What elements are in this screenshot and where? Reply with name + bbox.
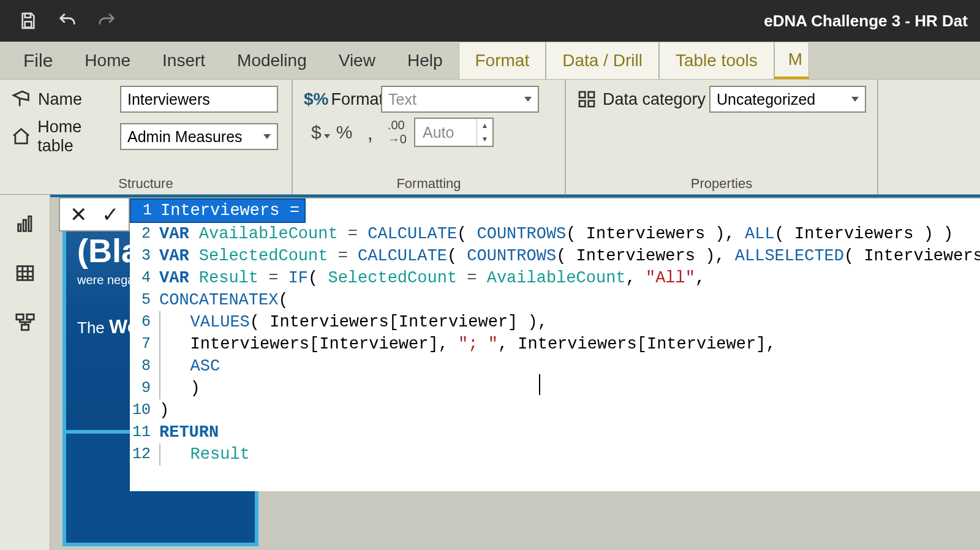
datacategory-label: Data category [577,89,709,109]
svg-rect-9 [17,266,33,281]
formula-bar-buttons: ✕ ✓ [59,197,130,232]
group-label-formatting: Formatting [304,176,554,192]
window-title: eDNA Challenge 3 - HR Dat [764,12,968,31]
line-number: 1 [131,200,157,222]
report-canvas: (Blank) were negativ The Worki ✕ ✓ 1Inte… [50,195,980,550]
line-number: 9 [130,377,156,399]
home-table-select[interactable]: Admin Measures [120,123,278,150]
svg-rect-0 [25,13,31,18]
line-number: 3 [130,245,156,267]
tab-modeling[interactable]: Modeling [221,42,323,79]
tab-insert[interactable]: Insert [146,42,221,79]
line-number: 8 [130,355,156,377]
format-label: $% Format [304,89,381,109]
svg-rect-2 [579,92,585,97]
code-line[interactable]: 2VAR AvailableCount = CALCULATE( COUNTRO… [130,223,980,245]
line-number: 7 [130,333,156,355]
code-line[interactable]: 1Interviewers = [130,198,306,223]
code-line[interactable]: 12 Result [130,443,980,465]
titlebar: eDNA Challenge 3 - HR Dat [0,0,980,42]
ribbon-group-formatting: $% Format Text $ % , .00→0 Auto ▲▼ Forma… [293,80,566,194]
tab-file[interactable]: File [7,42,69,79]
tab-format[interactable]: Format [459,42,546,79]
svg-rect-3 [589,92,594,97]
undo-icon[interactable] [51,5,83,37]
line-number: 6 [130,311,156,333]
svg-rect-8 [28,216,31,231]
svg-rect-6 [18,224,20,231]
tab-help[interactable]: Help [391,42,459,79]
code-line[interactable]: 6 VALUES( Interviewers[Interviewer] ), [130,311,980,333]
commit-icon[interactable]: ✓ [102,202,119,227]
code-line[interactable]: 5CONCATENATEX( [130,289,980,311]
data-view-icon[interactable] [9,257,41,289]
svg-rect-11 [26,314,33,320]
code-line[interactable]: 10) [130,399,980,421]
thousands-separator-button[interactable]: , [360,121,380,145]
home-table-label: Home table [11,118,120,156]
group-label-properties: Properties [577,176,866,192]
ribbon-tabs: File Home Insert Modeling View Help Form… [0,42,980,80]
tab-datadrill[interactable]: Data / Drill [546,42,659,79]
percent-button[interactable]: % [329,122,360,143]
decimal-places-icon[interactable]: .00→0 [380,118,414,146]
svg-rect-12 [21,325,28,330]
ribbon-group-structure: Name Home table Admin Measures Structure [0,80,293,194]
tab-measuretools[interactable]: M [774,42,809,79]
currency-button[interactable]: $ [304,122,329,143]
svg-rect-4 [579,101,585,107]
line-number: 5 [130,289,156,311]
save-icon[interactable] [12,5,44,37]
name-label: Name [11,89,120,110]
tab-view[interactable]: View [323,42,391,79]
view-switcher [0,195,50,550]
datacategory-select[interactable]: Uncategorized [709,86,866,113]
format-select[interactable]: Text [381,86,539,113]
decimal-places-spinner[interactable]: Auto ▲▼ [414,118,494,147]
svg-rect-7 [23,220,26,231]
cancel-icon[interactable]: ✕ [70,202,87,227]
code-line[interactable]: 8 ASC [130,355,980,377]
line-number: 10 [130,399,156,421]
report-view-icon[interactable] [9,208,41,240]
model-view-icon[interactable] [9,306,41,338]
tab-tabletools[interactable]: Table tools [659,42,774,79]
code-line[interactable]: 7 Interviewers[Interviewer], "; ", Inter… [130,333,980,355]
ribbon: Name Home table Admin Measures Structure… [0,80,980,195]
line-number: 2 [130,223,156,245]
line-number: 11 [130,421,156,443]
text-cursor-icon [539,374,540,395]
dax-editor[interactable]: 1Interviewers =2VAR AvailableCount = CAL… [130,197,980,491]
code-line[interactable]: 9 ) [130,377,980,399]
svg-rect-1 [25,21,32,27]
ribbon-group-properties: Data category Uncategorized Properties [566,80,878,194]
measure-name-input[interactable] [120,86,278,113]
code-line[interactable]: 4VAR Result = IF( SelectedCount = Availa… [130,267,980,289]
group-label-structure: Structure [11,176,281,192]
line-number: 4 [130,267,156,289]
code-line[interactable]: 11RETURN [130,421,980,443]
line-number: 12 [130,443,156,465]
redo-icon[interactable] [91,5,123,37]
svg-rect-5 [589,101,594,107]
code-line[interactable]: 3VAR SelectedCount = CALCULATE( COUNTROW… [130,245,980,267]
tab-home[interactable]: Home [69,42,146,79]
svg-rect-10 [16,314,23,320]
